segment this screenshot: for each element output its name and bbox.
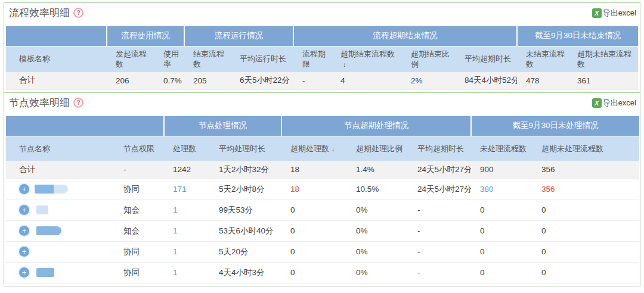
column-header: 模板名称 (6, 46, 107, 72)
cell-value: 0 (541, 247, 546, 256)
column-group: 截至9月30日未处理情况 (471, 116, 639, 136)
total-row: 合计2060.7%2056天5小时22分-42%84天4小时52分478361 (6, 72, 638, 90)
cell: 380 (471, 179, 532, 200)
column-header-label: 流程期限 (302, 49, 326, 69)
column-header: 超期处理比例 (347, 136, 408, 161)
cell: 0 (532, 200, 639, 220)
cell-value: - (302, 76, 305, 85)
cell-value: 0 (480, 247, 485, 256)
cell: 2% (402, 72, 456, 90)
cell-value[interactable]: 1 (173, 226, 178, 235)
cell: 5天2小时8分 (210, 179, 281, 200)
cell: - (408, 262, 471, 283)
export-excel-button[interactable]: X 导出excel (591, 8, 637, 18)
column-header-label: 平均运行时长 (240, 54, 286, 63)
column-header-label: 超期未结束流程数 (577, 49, 631, 69)
column-header: 使用率 (154, 46, 184, 72)
cell-value[interactable]: 1 (173, 247, 178, 256)
cell-value: 4天4小时3分 (219, 268, 265, 277)
cell: 356 (532, 179, 639, 200)
cell-value: 协同 (123, 268, 140, 277)
cell-value: 知会 (123, 205, 140, 214)
column-group-label: 截至9月30日未结束情况 (535, 31, 621, 40)
cell-value: - (417, 268, 420, 277)
panel-header: 节点效率明细 ? X 导出excel (4, 93, 640, 110)
table-row: +协同1715天2小时8分1810.5%24天5小时27分380356 (6, 179, 639, 200)
sort-desc-icon[interactable]: ↓ (332, 145, 335, 152)
cell-value[interactable]: 380 (480, 185, 494, 194)
cell: 协同 (114, 241, 164, 262)
column-group-label: 节点处理情况 (199, 121, 247, 130)
cell: 0 (471, 241, 532, 262)
cell-value: 2% (411, 76, 423, 85)
cell-value[interactable]: 1 (173, 268, 178, 277)
cell-value: - (417, 247, 420, 256)
expand-row-icon[interactable]: + (19, 247, 29, 257)
column-header: 超期结束流程数↓ (332, 46, 402, 72)
panel-header: 流程效率明细 ? X 导出excel (4, 3, 640, 20)
column-header: 结束流程数 (184, 46, 231, 72)
cell: 24天5小时27分 (408, 161, 471, 179)
cell: 171 (164, 179, 210, 200)
column-group-label: 截至9月30日未处理情况 (513, 121, 599, 130)
expand-row-icon[interactable]: + (19, 205, 29, 215)
column-header-label: 处理数 (173, 144, 196, 153)
column-header: 超期未结束流程数 (568, 46, 638, 72)
column-header: 超期结束比例 (402, 46, 456, 72)
expand-row-icon[interactable]: + (19, 226, 29, 236)
cell: 1 (164, 262, 210, 283)
column-group-label: 流程超期结束情况 (373, 31, 438, 40)
node-name-cell: + (6, 220, 114, 241)
cell: 知会 (114, 200, 164, 220)
column-header: 平均超期时长 (456, 46, 517, 72)
column-group: 截至9月30日未结束情况 (517, 26, 638, 46)
cell-value: 0 (541, 226, 546, 235)
column-header: 超期未处理流程数 (532, 136, 639, 161)
column-group: 流程运行情况 (184, 26, 293, 46)
cell: 18 (281, 161, 347, 179)
cell: 合计 (6, 161, 114, 179)
redacted-node-name (36, 205, 48, 214)
help-icon[interactable]: ? (73, 98, 83, 108)
expand-row-icon[interactable]: + (19, 184, 29, 194)
cell-value: 10.5% (356, 185, 379, 194)
redacted-node-name (36, 268, 54, 277)
cell: - (408, 241, 471, 262)
column-header: 发起流程数 (107, 46, 154, 72)
cell: 0 (281, 262, 347, 283)
cell-value[interactable]: 1 (173, 205, 178, 214)
cell-value: 0 (290, 226, 295, 235)
process-efficiency-table: 流程使用情况流程运行情况流程超期结束情况截至9月30日未结束情况模板名称发起流程… (6, 26, 638, 90)
cell-value: 1242 (173, 165, 191, 174)
sort-desc-icon[interactable]: ↓ (343, 61, 346, 68)
cell-value: 0 (290, 268, 295, 277)
cell: 4 (332, 72, 402, 90)
node-name-cell: + (6, 200, 114, 220)
column-group: 节点超期处理情况 (281, 116, 471, 136)
column-header-label: 未结束流程数 (526, 49, 565, 69)
column-header: 未结束流程数 (517, 46, 568, 72)
export-excel-button[interactable]: X 导出excel (591, 98, 637, 108)
column-header-label: 模板名称 (19, 54, 50, 63)
cell-value: 478 (526, 76, 540, 85)
expand-row-icon[interactable]: + (19, 267, 29, 278)
column-header-row: 节点名称节点权限处理数平均处理时长超期处理数↓超期处理比例平均超期时长未处理流程… (6, 136, 639, 161)
cell-value: 53天6小时40分 (219, 226, 274, 235)
cell: 4天4小时3分 (210, 262, 281, 283)
column-header: 平均处理时长 (210, 136, 281, 161)
cell-value[interactable]: 171 (173, 185, 187, 194)
cell-value: 206 (116, 76, 129, 85)
cell-value: 24天5小时27分 (417, 185, 471, 194)
table-row: +协同15天20分00%-00 (6, 241, 639, 262)
panel-title: 节点效率明细 (9, 96, 70, 110)
cell-value: 0 (480, 268, 485, 277)
column-group-label: 节点超期处理情况 (344, 121, 408, 130)
help-icon[interactable]: ? (73, 8, 83, 18)
panel-node-efficiency: 节点效率明细 ? X 导出excel 节点处理情况节点超期处理情况截至9月30日… (4, 92, 640, 286)
cell: 53天6小时40分 (210, 220, 281, 241)
column-header-label: 超期未处理流程数 (541, 144, 603, 153)
cell: - (114, 161, 164, 179)
cell-value: 4 (340, 76, 345, 85)
column-header: 流程期限 (293, 46, 332, 72)
cell: 1242 (164, 161, 210, 179)
